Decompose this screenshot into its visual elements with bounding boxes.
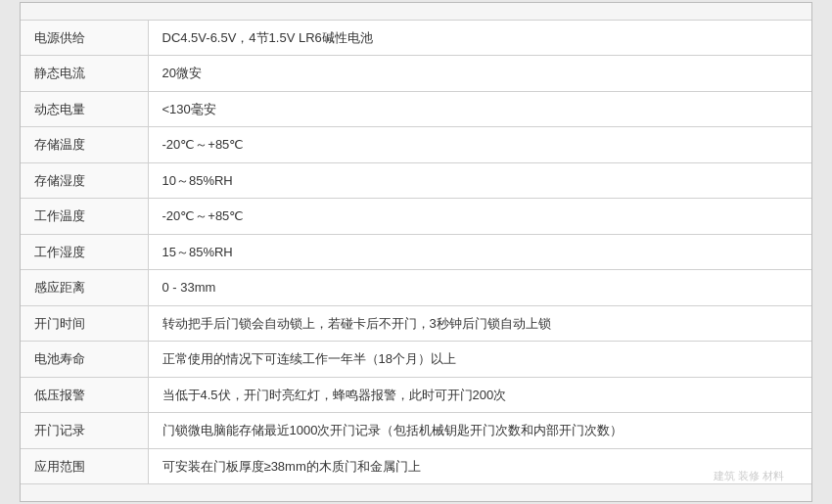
specs-table: 电源供给DC4.5V-6.5V，4节1.5V LR6碱性电池静态电流20微安动态…	[21, 21, 811, 484]
table-row: 静态电流20微安	[21, 56, 811, 92]
table-row: 电池寿命正常使用的情况下可连续工作一年半（18个月）以上	[21, 342, 811, 378]
table-row: 低压报警当低于4.5伏，开门时亮红灯，蜂鸣器报警，此时可开门200次	[21, 377, 811, 413]
table-row: 工作温度-20℃～+85℃	[21, 199, 811, 235]
spec-label: 应用范围	[21, 448, 148, 483]
spec-label: 低压报警	[21, 377, 148, 413]
spec-value: 20微安	[148, 56, 811, 92]
spec-value: 10～85%RH	[148, 162, 811, 199]
spec-value: DC4.5V-6.5V，4节1.5V LR6碱性电池	[148, 21, 811, 56]
table-row: 感应距离0 - 33mm	[21, 270, 811, 306]
spec-label: 电池寿命	[21, 342, 148, 378]
spec-label: 静态电流	[21, 56, 148, 92]
spec-label: 开门记录	[21, 413, 148, 449]
spec-label: 开门时间	[21, 305, 148, 342]
spec-label: 存储温度	[21, 127, 148, 163]
table-row: 存储湿度10～85%RH	[21, 162, 811, 199]
spec-label: 工作湿度	[21, 234, 148, 270]
spec-value: 15～85%RH	[148, 234, 811, 270]
spec-label: 电源供给	[21, 21, 148, 56]
spec-label: 动态电量	[21, 91, 148, 127]
spec-value: -20℃～+85℃	[148, 127, 811, 163]
table-row: 存储温度-20℃～+85℃	[21, 127, 811, 163]
spec-value: 0 - 33mm	[148, 270, 811, 306]
spec-label: 存储湿度	[21, 162, 148, 199]
spec-value: -20℃～+85℃	[148, 199, 811, 235]
table-row: 开门记录门锁微电脑能存储最近1000次开门记录（包括机械钥匙开门次数和内部开门次…	[21, 413, 811, 449]
spec-value: 门锁微电脑能存储最近1000次开门记录（包括机械钥匙开门次数和内部开门次数）	[148, 413, 811, 449]
table-row: 开门时间转动把手后门锁会自动锁上，若碰卡后不开门，3秒钟后门锁自动上锁	[21, 305, 811, 342]
spec-label: 工作温度	[21, 199, 148, 235]
spec-value: 当低于4.5伏，开门时亮红灯，蜂鸣器报警，此时可开门200次	[148, 377, 811, 413]
table-row: 应用范围可安装在门板厚度≥38mm的木质门和金属门上	[21, 448, 811, 483]
table-row: 工作湿度15～85%RH	[21, 234, 811, 270]
table-row: 电源供给DC4.5V-6.5V，4节1.5V LR6碱性电池	[21, 21, 811, 56]
table-row: 动态电量<130毫安	[21, 91, 811, 127]
spec-value: 转动把手后门锁会自动锁上，若碰卡后不开门，3秒钟后门锁自动上锁	[148, 305, 811, 342]
spec-value: 可安装在门板厚度≥38mm的木质门和金属门上	[148, 448, 811, 483]
spec-label: 感应距离	[21, 270, 148, 306]
spec-value: <130毫安	[148, 91, 811, 127]
spec-value: 正常使用的情况下可连续工作一年半（18个月）以上	[148, 342, 811, 378]
